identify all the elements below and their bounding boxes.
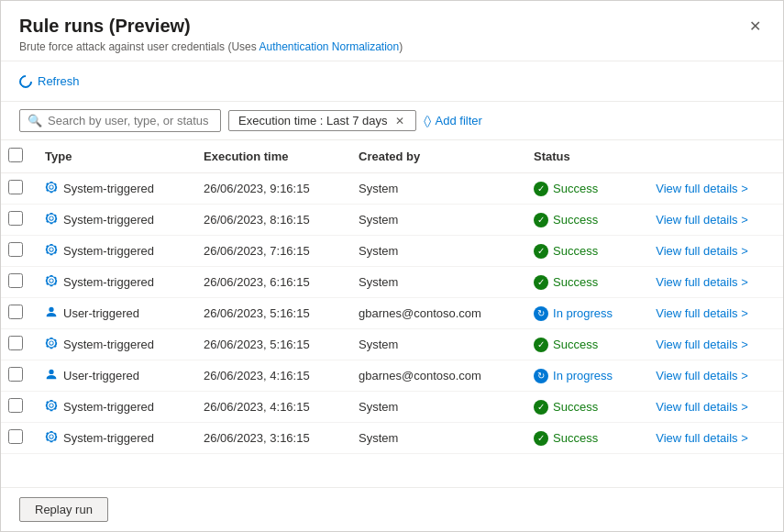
dialog-title: Rule runs (Preview) bbox=[19, 16, 403, 37]
gear-icon bbox=[45, 181, 58, 196]
row-type-4: User-triggered bbox=[34, 298, 193, 329]
row-checkbox-cell-0 bbox=[1, 173, 34, 205]
row-checkbox-5[interactable] bbox=[8, 336, 23, 350]
view-details-cell-8: View full details > bbox=[645, 423, 783, 454]
view-full-details-link-4[interactable]: View full details > bbox=[656, 306, 748, 320]
status-label: In progress bbox=[553, 306, 613, 320]
chip-close-button[interactable]: ✕ bbox=[393, 116, 406, 127]
dialog-header: Rule runs (Preview) Brute force attack a… bbox=[1, 1, 783, 61]
created-by-2: System bbox=[348, 236, 523, 267]
status-label: Success bbox=[553, 213, 598, 227]
row-checkbox-cell-4 bbox=[1, 298, 34, 329]
gear-icon bbox=[45, 430, 58, 446]
view-full-details-link-3[interactable]: View full details > bbox=[656, 275, 748, 289]
replay-run-button[interactable]: Replay run bbox=[19, 497, 108, 522]
view-details-cell-6: View full details > bbox=[645, 360, 783, 392]
type-label-1: System-triggered bbox=[63, 213, 154, 227]
subtitle-link[interactable]: Authentication Normalization bbox=[259, 40, 399, 53]
row-checkbox-2[interactable] bbox=[8, 242, 23, 257]
status-cell-3: ✓Success bbox=[523, 267, 645, 298]
search-input[interactable] bbox=[48, 114, 213, 127]
search-box[interactable]: 🔍 bbox=[19, 109, 221, 132]
header-created-by: Created by bbox=[348, 140, 523, 173]
created-by-6: gbarnes@contoso.com bbox=[348, 360, 523, 392]
row-checkbox-3[interactable] bbox=[8, 273, 23, 288]
inprogress-icon: ↻ bbox=[534, 306, 548, 321]
created-by-3: System bbox=[348, 267, 523, 298]
view-full-details-link-2[interactable]: View full details > bbox=[656, 244, 748, 258]
table-row: User-triggered26/06/2023, 5:16:15gbarnes… bbox=[1, 298, 783, 329]
row-checkbox-8[interactable] bbox=[8, 429, 23, 444]
row-checkbox-cell-5 bbox=[1, 329, 34, 360]
filters-bar: 🔍 Execution time : Last 7 days ✕ 〈〉 Add … bbox=[1, 102, 783, 140]
row-type-2: System-triggered bbox=[34, 236, 193, 267]
refresh-button[interactable]: Refresh bbox=[19, 71, 80, 92]
execution-time-0: 26/06/2023, 9:16:15 bbox=[193, 173, 348, 205]
status-label: Success bbox=[553, 244, 598, 258]
table-body: System-triggered26/06/2023, 9:16:15Syste… bbox=[1, 173, 783, 454]
row-checkbox-6[interactable] bbox=[8, 367, 23, 382]
success-icon: ✓ bbox=[534, 213, 548, 227]
status-div-5: ✓Success bbox=[534, 338, 634, 352]
refresh-icon bbox=[17, 72, 35, 91]
type-label-2: System-triggered bbox=[63, 244, 154, 258]
subtitle-text-before: Brute force attack against user credenti… bbox=[19, 40, 259, 53]
search-icon: 🔍 bbox=[28, 114, 42, 127]
runs-table: Type Execution time Created by Status Sy… bbox=[1, 140, 783, 454]
row-checkbox-7[interactable] bbox=[8, 398, 23, 413]
type-label-5: System-triggered bbox=[63, 338, 154, 351]
type-cell-4: User-triggered bbox=[45, 305, 182, 321]
status-cell-2: ✓Success bbox=[523, 236, 645, 267]
type-cell-5: System-triggered bbox=[45, 337, 182, 352]
view-details-cell-1: View full details > bbox=[645, 205, 783, 236]
status-cell-0: ✓Success bbox=[523, 173, 645, 205]
close-button[interactable]: ✕ bbox=[745, 16, 765, 38]
row-type-5: System-triggered bbox=[34, 329, 193, 360]
gear-icon bbox=[45, 399, 58, 415]
success-icon: ✓ bbox=[534, 400, 548, 415]
add-filter-label: Add filter bbox=[436, 114, 482, 127]
execution-time-5: 26/06/2023, 5:16:15 bbox=[193, 329, 348, 360]
type-label-7: System-triggered bbox=[63, 400, 154, 414]
add-filter-button[interactable]: 〈〉 Add filter bbox=[424, 114, 482, 128]
type-cell-6: User-triggered bbox=[45, 368, 182, 383]
header-execution-time: Execution time bbox=[193, 140, 348, 173]
type-label-4: User-triggered bbox=[63, 306, 139, 320]
row-checkbox-4[interactable] bbox=[8, 305, 23, 319]
success-icon: ✓ bbox=[534, 338, 548, 352]
status-div-0: ✓Success bbox=[534, 182, 634, 196]
type-cell-3: System-triggered bbox=[45, 274, 182, 290]
status-div-6: ↻In progress bbox=[534, 369, 634, 383]
execution-time-1: 26/06/2023, 8:16:15 bbox=[193, 205, 348, 236]
view-full-details-link-7[interactable]: View full details > bbox=[656, 400, 748, 414]
view-details-cell-2: View full details > bbox=[645, 236, 783, 267]
execution-time-4: 26/06/2023, 5:16:15 bbox=[193, 298, 348, 329]
header-status: Status bbox=[523, 140, 645, 173]
row-type-6: User-triggered bbox=[34, 360, 193, 392]
gear-icon bbox=[45, 337, 58, 352]
type-label-6: User-triggered bbox=[63, 369, 139, 382]
view-full-details-link-1[interactable]: View full details > bbox=[656, 213, 748, 227]
view-full-details-link-8[interactable]: View full details > bbox=[656, 431, 748, 445]
view-full-details-link-6[interactable]: View full details > bbox=[656, 369, 748, 382]
created-by-0: System bbox=[348, 173, 523, 205]
status-div-7: ✓Success bbox=[534, 400, 634, 415]
row-checkbox-0[interactable] bbox=[8, 180, 23, 194]
created-by-1: System bbox=[348, 205, 523, 236]
select-all-checkbox[interactable] bbox=[8, 148, 23, 162]
dialog-footer: Replay run bbox=[1, 487, 783, 531]
filter-icon: 〈〉 bbox=[424, 114, 431, 128]
status-div-4: ↻In progress bbox=[534, 306, 634, 321]
view-full-details-link-5[interactable]: View full details > bbox=[656, 338, 748, 351]
success-icon: ✓ bbox=[534, 244, 548, 259]
row-checkbox-1[interactable] bbox=[8, 211, 23, 226]
refresh-label: Refresh bbox=[38, 74, 80, 88]
execution-time-8: 26/06/2023, 3:16:15 bbox=[193, 423, 348, 454]
type-label-8: System-triggered bbox=[63, 431, 154, 445]
type-cell-0: System-triggered bbox=[45, 181, 182, 196]
type-cell-7: System-triggered bbox=[45, 399, 182, 415]
table-row: System-triggered26/06/2023, 6:16:15Syste… bbox=[1, 267, 783, 298]
header-checkbox-col bbox=[1, 140, 34, 173]
status-label: Success bbox=[553, 400, 598, 414]
view-full-details-link-0[interactable]: View full details > bbox=[656, 182, 748, 195]
